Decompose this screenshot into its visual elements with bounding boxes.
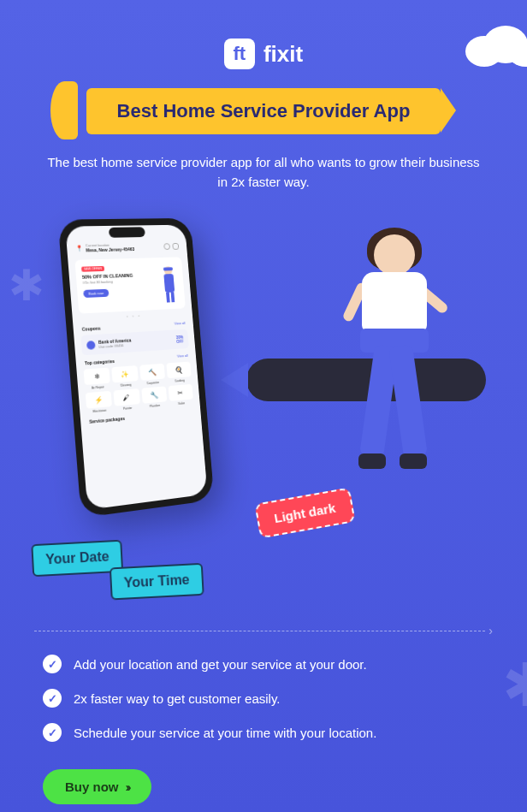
svg-rect-7 xyxy=(163,267,173,270)
check-icon: ✓ xyxy=(43,655,62,673)
category-label: Ac Repair xyxy=(85,385,110,391)
feature-item: ✓Schedule your service at your time with… xyxy=(43,723,484,742)
coupons-view-all: View all xyxy=(175,321,186,327)
light-dark-badge: Light dark xyxy=(254,488,355,539)
check-icon: ✓ xyxy=(43,723,62,742)
date-time-badge: Your Date Your Time xyxy=(31,536,204,604)
offer-card: NEW OFFER 50% OFF IN CLEANING #On first … xyxy=(74,257,185,313)
category-label: Salon xyxy=(169,400,193,406)
worker-illustration xyxy=(158,264,181,305)
category-item: 🔨Carpenter xyxy=(139,364,166,386)
category-item: 🍳Cooking xyxy=(166,361,192,383)
chevron-right-icon: ›› xyxy=(126,779,129,794)
buy-now-label: Buy now xyxy=(65,779,119,794)
phone-mockup: 📍 Current location Mesa, New Jersey-4546… xyxy=(58,218,215,518)
category-label: Electrician xyxy=(86,408,112,414)
category-item: ✨Cleaning xyxy=(111,365,138,388)
feature-text: 2x faster way to get customer easily. xyxy=(74,691,281,706)
category-label: Painter xyxy=(115,406,140,412)
category-icon: 🔧 xyxy=(141,386,167,403)
location-pin-icon: 📍 xyxy=(75,245,84,252)
category-item: 🔧Plumber xyxy=(141,386,168,408)
coupons-title: Coupons xyxy=(82,326,101,332)
category-item: 🖌Painter xyxy=(114,388,140,412)
packages-title: Service packages xyxy=(89,416,125,424)
category-icon: ❄ xyxy=(84,367,110,385)
arrow-right-icon: › xyxy=(489,624,493,637)
categories-title: Top categories xyxy=(85,359,115,366)
feature-text: Add your location and get your service a… xyxy=(74,657,367,672)
category-item: ⚡Electrician xyxy=(86,391,113,414)
category-item: ✂Salon xyxy=(168,384,193,406)
feature-item: ✓Add your location and get your service … xyxy=(43,655,484,673)
feature-item: ✓2x faster way to get customer easily. xyxy=(43,689,484,708)
cloud-decoration-top xyxy=(459,17,527,68)
category-label: Cleaning xyxy=(113,382,139,388)
offer-tag: NEW OFFER xyxy=(81,266,104,272)
categories-view-all: View all xyxy=(177,353,188,359)
category-icon: ✂ xyxy=(168,384,192,401)
logo-text: fixit xyxy=(264,41,303,68)
logo-icon: ft xyxy=(224,39,255,69)
woman-illustration xyxy=(335,234,454,508)
category-label: Cooking xyxy=(168,378,192,383)
search-icon xyxy=(163,243,170,250)
hero-title-ribbon: Best Home Service Provider App xyxy=(86,88,441,134)
hero-title: Best Home Service Provider App xyxy=(117,100,411,122)
svg-rect-8 xyxy=(163,274,175,293)
coupon-discount-label: OFF xyxy=(176,339,184,343)
feature-text: Schedule your service at your time with … xyxy=(74,726,376,740)
category-icon: ✨ xyxy=(111,365,138,382)
svg-rect-10 xyxy=(171,292,175,302)
asterisk-decoration-right: ✱ xyxy=(502,650,527,720)
section-divider: › xyxy=(0,624,527,637)
category-label: Plumber xyxy=(143,403,168,409)
category-icon: 🖌 xyxy=(114,388,140,406)
check-icon: ✓ xyxy=(43,689,62,708)
category-icon: 🍳 xyxy=(166,361,191,378)
category-icon: ⚡ xyxy=(86,391,112,409)
buy-now-button[interactable]: Buy now ›› xyxy=(43,769,151,804)
category-item: ❄Ac Repair xyxy=(84,367,111,390)
location-value: Mesa, New Jersey-45463 xyxy=(86,246,162,252)
your-time-label: Your Time xyxy=(110,563,204,601)
book-now-button: Book now xyxy=(83,289,109,298)
svg-rect-9 xyxy=(166,293,170,303)
bank-icon xyxy=(86,341,96,350)
bell-icon xyxy=(172,242,179,249)
category-icon: 🔨 xyxy=(139,364,165,381)
category-label: Carpenter xyxy=(140,380,165,385)
hero-subtitle: The best home service provider app for a… xyxy=(0,153,527,192)
brand-logo: ft fixit xyxy=(0,0,527,69)
